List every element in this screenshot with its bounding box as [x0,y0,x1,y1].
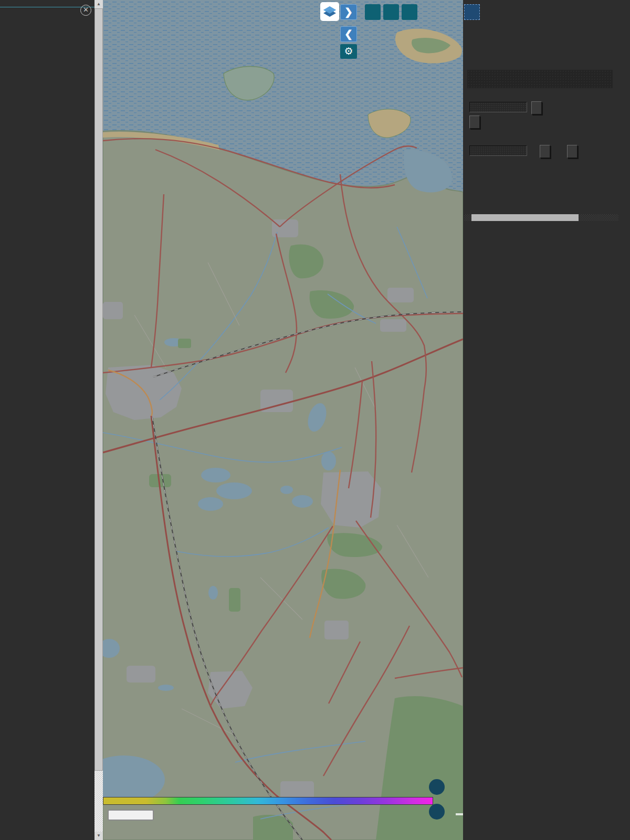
scrollbar-thumb[interactable] [471,214,579,221]
close-icon[interactable]: ✕ [80,5,91,16]
layers-control[interactable] [320,2,339,21]
map-button-h[interactable] [383,4,399,20]
scroll-left-icon[interactable] [464,214,470,221]
map-svg[interactable] [103,0,463,840]
search-input[interactable] [469,102,527,112]
layers-icon [320,2,339,21]
sidebar-scrollbar[interactable]: ▲ ▼ [94,0,103,840]
altitude-legend [103,797,433,805]
tar1090-app: ✕ ▲ ▼ [0,0,630,840]
jump-input[interactable] [469,145,527,156]
jump-button[interactable] [540,145,550,158]
map-canvas[interactable]: ❯ ❮ ⚙ [103,0,463,840]
panel-expand-button[interactable]: ❯ [340,4,357,20]
sidebar-toggle-icon[interactable] [464,4,480,20]
panel-collapse-button[interactable]: ❮ [340,26,357,42]
scrollbar-thumb[interactable] [94,8,103,771]
map-button-t[interactable] [402,4,417,20]
sidebar-footer-note [0,87,94,93]
info-panel [463,0,630,840]
scroll-right-icon[interactable] [612,214,618,221]
hex-code [0,2,94,7]
aircraft-detail-sidebar: ✕ [0,0,94,840]
clear-search-button[interactable] [469,116,480,129]
zoom-in-button[interactable] [429,779,445,795]
table-horizontal-scrollbar[interactable] [464,214,618,221]
scroll-up-icon[interactable]: ▲ [94,0,103,8]
map-button-u[interactable] [365,4,381,20]
silhouette-placeholder [0,7,94,87]
clear-jump-button[interactable] [567,145,578,158]
tab-bar [467,70,613,88]
zoom-out-button[interactable] [429,804,445,820]
gear-icon[interactable]: ⚙ [340,44,357,59]
osm-attribution[interactable] [456,813,463,815]
map-scale [108,810,154,821]
search-button[interactable] [531,101,542,114]
scroll-down-icon[interactable]: ▼ [94,832,103,840]
